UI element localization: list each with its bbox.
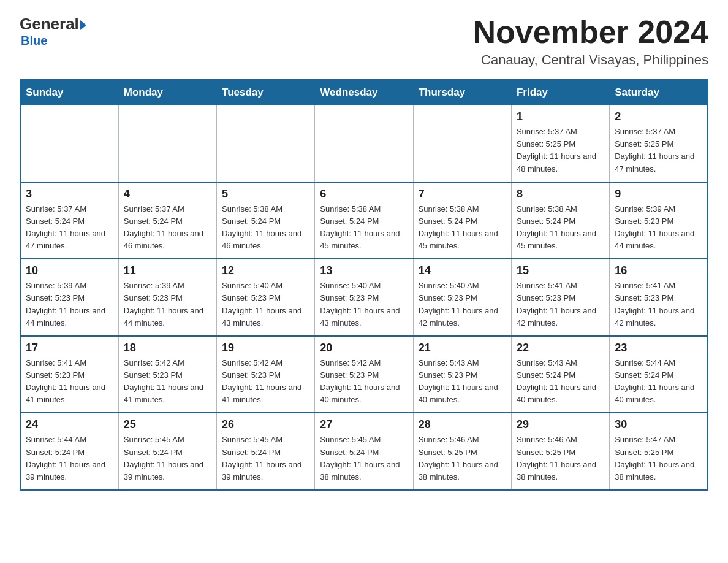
calendar-cell: 13 Sunrise: 5:40 AMSunset: 5:23 PMDaylig… (315, 259, 413, 336)
calendar-cell: 10 Sunrise: 5:39 AMSunset: 5:23 PMDaylig… (20, 259, 118, 336)
month-title: November 2024 (473, 15, 708, 50)
day-number: 21 (419, 342, 506, 354)
day-number: 9 (615, 188, 702, 201)
day-number: 19 (222, 342, 309, 354)
logo-general: General (20, 15, 79, 34)
calendar-cell: 4 Sunrise: 5:37 AMSunset: 5:24 PMDayligh… (118, 182, 216, 259)
day-info: Sunrise: 5:38 AMSunset: 5:24 PMDaylight:… (222, 204, 301, 250)
day-info: Sunrise: 5:38 AMSunset: 5:24 PMDaylight:… (419, 204, 498, 250)
calendar-cell: 15 Sunrise: 5:41 AMSunset: 5:23 PMDaylig… (511, 259, 609, 336)
day-info: Sunrise: 5:38 AMSunset: 5:24 PMDaylight:… (320, 204, 400, 250)
calendar-cell (217, 105, 315, 182)
calendar-cell: 27 Sunrise: 5:45 AMSunset: 5:24 PMDaylig… (315, 413, 413, 490)
calendar-cell: 16 Sunrise: 5:41 AMSunset: 5:23 PMDaylig… (610, 259, 708, 336)
day-info: Sunrise: 5:41 AMSunset: 5:23 PMDaylight:… (615, 281, 694, 327)
day-info: Sunrise: 5:39 AMSunset: 5:23 PMDaylight:… (615, 204, 694, 250)
day-number: 12 (222, 264, 309, 277)
day-number: 20 (320, 342, 408, 354)
day-info: Sunrise: 5:45 AMSunset: 5:24 PMDaylight:… (222, 435, 301, 481)
day-number: 8 (517, 188, 604, 201)
calendar-cell: 28 Sunrise: 5:46 AMSunset: 5:25 PMDaylig… (413, 413, 511, 490)
calendar-cell: 26 Sunrise: 5:45 AMSunset: 5:24 PMDaylig… (217, 413, 315, 490)
calendar-cell: 21 Sunrise: 5:43 AMSunset: 5:23 PMDaylig… (413, 336, 511, 413)
day-info: Sunrise: 5:42 AMSunset: 5:23 PMDaylight:… (320, 358, 400, 404)
day-info: Sunrise: 5:37 AMSunset: 5:25 PMDaylight:… (517, 127, 596, 173)
day-number: 1 (517, 110, 604, 123)
calendar-week-row: 3 Sunrise: 5:37 AMSunset: 5:24 PMDayligh… (20, 182, 708, 259)
calendar-cell: 1 Sunrise: 5:37 AMSunset: 5:25 PMDayligh… (511, 105, 609, 182)
day-info: Sunrise: 5:37 AMSunset: 5:24 PMDaylight:… (124, 204, 203, 250)
calendar-cell: 18 Sunrise: 5:42 AMSunset: 5:23 PMDaylig… (118, 336, 216, 413)
day-info: Sunrise: 5:46 AMSunset: 5:25 PMDaylight:… (517, 435, 596, 481)
calendar-cell: 25 Sunrise: 5:45 AMSunset: 5:24 PMDaylig… (118, 413, 216, 490)
page-header: General Blue November 2024 Canauay, Cent… (20, 15, 708, 68)
weekday-header-wednesday: Wednesday (315, 80, 413, 105)
day-number: 13 (320, 264, 408, 277)
calendar-header-row: SundayMondayTuesdayWednesdayThursdayFrid… (20, 80, 708, 105)
calendar-cell: 29 Sunrise: 5:46 AMSunset: 5:25 PMDaylig… (511, 413, 609, 490)
weekday-header-tuesday: Tuesday (217, 80, 315, 105)
logo[interactable]: General Blue (20, 15, 86, 48)
calendar-cell: 30 Sunrise: 5:47 AMSunset: 5:25 PMDaylig… (610, 413, 708, 490)
calendar-cell: 12 Sunrise: 5:40 AMSunset: 5:23 PMDaylig… (217, 259, 315, 336)
weekday-header-sunday: Sunday (20, 80, 118, 105)
day-info: Sunrise: 5:43 AMSunset: 5:23 PMDaylight:… (419, 358, 498, 404)
weekday-header-thursday: Thursday (413, 80, 511, 105)
calendar-week-row: 17 Sunrise: 5:41 AMSunset: 5:23 PMDaylig… (20, 336, 708, 413)
day-info: Sunrise: 5:47 AMSunset: 5:25 PMDaylight:… (615, 435, 694, 481)
calendar-cell: 6 Sunrise: 5:38 AMSunset: 5:24 PMDayligh… (315, 182, 413, 259)
weekday-header-monday: Monday (118, 80, 216, 105)
day-info: Sunrise: 5:45 AMSunset: 5:24 PMDaylight:… (320, 435, 400, 481)
day-number: 26 (222, 418, 309, 431)
day-info: Sunrise: 5:43 AMSunset: 5:24 PMDaylight:… (517, 358, 596, 404)
day-number: 30 (615, 418, 702, 431)
day-info: Sunrise: 5:42 AMSunset: 5:23 PMDaylight:… (124, 358, 203, 404)
day-number: 3 (26, 188, 113, 201)
day-number: 29 (517, 418, 604, 431)
day-number: 10 (26, 264, 113, 277)
calendar-cell: 5 Sunrise: 5:38 AMSunset: 5:24 PMDayligh… (217, 182, 315, 259)
calendar-cell: 24 Sunrise: 5:44 AMSunset: 5:24 PMDaylig… (20, 413, 118, 490)
logo-blue: Blue (21, 34, 47, 48)
day-number: 15 (517, 264, 604, 277)
day-number: 27 (320, 418, 408, 431)
day-number: 25 (124, 418, 211, 431)
day-number: 22 (517, 342, 604, 354)
day-info: Sunrise: 5:44 AMSunset: 5:24 PMDaylight:… (26, 435, 105, 481)
calendar-cell: 3 Sunrise: 5:37 AMSunset: 5:24 PMDayligh… (20, 182, 118, 259)
calendar-cell: 9 Sunrise: 5:39 AMSunset: 5:23 PMDayligh… (610, 182, 708, 259)
calendar-week-row: 1 Sunrise: 5:37 AMSunset: 5:25 PMDayligh… (20, 105, 708, 182)
weekday-header-friday: Friday (511, 80, 609, 105)
calendar-cell (20, 105, 118, 182)
calendar-week-row: 24 Sunrise: 5:44 AMSunset: 5:24 PMDaylig… (20, 413, 708, 490)
calendar-cell: 7 Sunrise: 5:38 AMSunset: 5:24 PMDayligh… (413, 182, 511, 259)
calendar-cell: 17 Sunrise: 5:41 AMSunset: 5:23 PMDaylig… (20, 336, 118, 413)
day-number: 17 (26, 342, 113, 354)
calendar-cell: 20 Sunrise: 5:42 AMSunset: 5:23 PMDaylig… (315, 336, 413, 413)
day-info: Sunrise: 5:37 AMSunset: 5:25 PMDaylight:… (615, 127, 694, 173)
day-number: 6 (320, 188, 408, 201)
calendar-cell: 19 Sunrise: 5:42 AMSunset: 5:23 PMDaylig… (217, 336, 315, 413)
calendar-cell: 14 Sunrise: 5:40 AMSunset: 5:23 PMDaylig… (413, 259, 511, 336)
day-number: 18 (124, 342, 211, 354)
day-number: 24 (26, 418, 113, 431)
day-number: 14 (419, 264, 506, 277)
day-info: Sunrise: 5:40 AMSunset: 5:23 PMDaylight:… (419, 281, 498, 327)
day-info: Sunrise: 5:40 AMSunset: 5:23 PMDaylight:… (222, 281, 301, 327)
day-info: Sunrise: 5:41 AMSunset: 5:23 PMDaylight:… (517, 281, 596, 327)
calendar-cell: 23 Sunrise: 5:44 AMSunset: 5:24 PMDaylig… (610, 336, 708, 413)
day-number: 2 (615, 110, 702, 123)
day-info: Sunrise: 5:45 AMSunset: 5:24 PMDaylight:… (124, 435, 203, 481)
day-info: Sunrise: 5:38 AMSunset: 5:24 PMDaylight:… (517, 204, 596, 250)
day-info: Sunrise: 5:40 AMSunset: 5:23 PMDaylight:… (320, 281, 400, 327)
day-number: 16 (615, 264, 702, 277)
day-number: 23 (615, 342, 702, 354)
calendar-cell: 22 Sunrise: 5:43 AMSunset: 5:24 PMDaylig… (511, 336, 609, 413)
day-info: Sunrise: 5:39 AMSunset: 5:23 PMDaylight:… (26, 281, 105, 327)
day-info: Sunrise: 5:37 AMSunset: 5:24 PMDaylight:… (26, 204, 105, 250)
calendar-cell (413, 105, 511, 182)
calendar-cell (315, 105, 413, 182)
day-number: 28 (419, 418, 506, 431)
calendar-cell: 2 Sunrise: 5:37 AMSunset: 5:25 PMDayligh… (610, 105, 708, 182)
weekday-header-saturday: Saturday (610, 80, 708, 105)
